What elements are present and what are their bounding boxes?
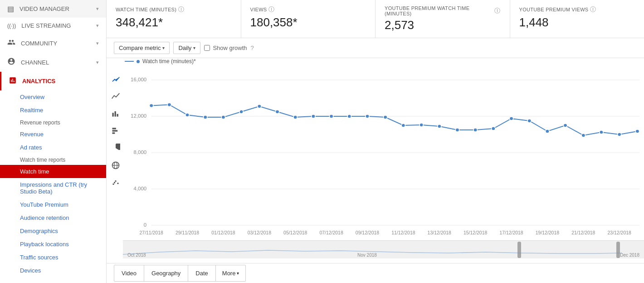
stat-yt-premium-views-value: 1,448 (519, 15, 635, 30)
svg-point-33 (329, 114, 333, 118)
sidebar-item-live-streaming[interactable]: ((·)) LIVE STREAMING ▾ (0, 18, 106, 34)
svg-text:15/12/2018: 15/12/2018 (463, 230, 488, 235)
sidebar-item-video-manager[interactable]: ▤ VIDEO MANAGER ▾ (0, 0, 106, 18)
pie-chart-icon[interactable] (107, 140, 124, 156)
bar-chart-icon[interactable] (107, 105, 124, 122)
sidebar-item-community[interactable]: COMMUNITY ▾ (0, 34, 106, 53)
tab-video[interactable]: Video (114, 265, 144, 282)
period-button[interactable]: Daily ▾ (173, 42, 200, 54)
sidebar-item-channel[interactable]: CHANNEL ▾ (0, 53, 106, 72)
info-icon-views[interactable]: ⓘ (268, 5, 274, 14)
stat-yt-premium-watch-time-value: 2,573 (385, 18, 501, 32)
info-icon-watch-time[interactable]: ⓘ (178, 5, 184, 14)
svg-point-36 (384, 115, 387, 119)
svg-point-41 (473, 128, 477, 132)
svg-point-49 (618, 133, 621, 136)
area-chart-icon[interactable] (107, 88, 124, 104)
analytics-icon (9, 76, 17, 86)
svg-point-37 (401, 124, 405, 127)
sidebar-subitem-impressions[interactable]: Impressions and CTR (try Studio Beta) (0, 178, 106, 198)
svg-point-47 (581, 134, 585, 137)
svg-point-38 (420, 123, 423, 127)
controls-bar: Compare metric ▾ Daily ▾ Show growth ? (107, 38, 644, 58)
bottom-tabs: Video Geography Date More ▾ (107, 263, 644, 283)
globe-chart-icon[interactable] (107, 157, 124, 174)
svg-point-9 (112, 184, 114, 185)
show-growth-label[interactable]: Show growth (204, 45, 247, 51)
svg-point-39 (438, 124, 441, 128)
svg-point-35 (366, 114, 369, 118)
svg-text:01/12/2018: 01/12/2018 (211, 230, 235, 235)
scatter-chart-icon[interactable] (107, 174, 124, 191)
svg-point-43 (509, 117, 513, 120)
svg-text:23/12/2018: 23/12/2018 (608, 230, 632, 235)
stat-views-label: VIEWS (250, 7, 267, 12)
svg-rect-65 (517, 242, 521, 258)
show-growth-checkbox[interactable] (204, 45, 210, 51)
stats-bar: WATCH TIME (MINUTES) ⓘ 348,421* VIEWS ⓘ … (107, 0, 644, 38)
stat-yt-premium-watch-time-label: YOUTUBE PREMIUM WATCH TIME (MINUTES) (385, 5, 493, 16)
sidebar-subitem-playback-locations[interactable]: Playback locations (0, 238, 106, 251)
sidebar-subitem-traffic-sources[interactable]: Traffic sources (0, 251, 106, 264)
main-content: WATCH TIME (MINUTES) ⓘ 348,421* VIEWS ⓘ … (107, 0, 644, 283)
svg-point-40 (455, 128, 459, 132)
svg-point-26 (204, 115, 207, 119)
svg-rect-0 (112, 113, 114, 116)
svg-text:19/12/2018: 19/12/2018 (536, 230, 560, 235)
svg-text:4,000: 4,000 (133, 186, 146, 191)
sidebar-subitem-demographics[interactable]: Demographics (0, 224, 106, 238)
svg-point-30 (275, 110, 279, 114)
compare-metric-button[interactable]: Compare metric ▾ (114, 42, 170, 54)
stat-watch-time: WATCH TIME (MINUTES) ⓘ 348,421* (107, 0, 241, 38)
svg-rect-66 (616, 242, 620, 258)
svg-point-42 (492, 127, 495, 130)
stat-views-value: 180,358* (250, 15, 366, 30)
sidebar-subitem-audience-retention[interactable]: Audience retention (0, 211, 106, 224)
svg-text:21/12/2018: 21/12/2018 (571, 230, 595, 235)
video-manager-icon: ▤ (7, 5, 14, 13)
svg-text:03/12/2018: 03/12/2018 (248, 230, 272, 235)
tab-geography[interactable]: Geography (144, 265, 188, 282)
svg-text:07/12/2018: 07/12/2018 (319, 230, 343, 235)
sidebar-subitem-devices[interactable]: Devices (0, 264, 106, 277)
sidebar-subitem-overview[interactable]: Overview (0, 90, 106, 104)
sidebar-item-analytics[interactable]: ANALYTICS (0, 72, 106, 90)
svg-rect-4 (112, 130, 118, 131)
stat-yt-premium-watch-time: YOUTUBE PREMIUM WATCH TIME (MINUTES) ⓘ 2… (376, 0, 510, 38)
show-growth-help-icon[interactable]: ? (251, 45, 254, 51)
chevron-icon: ▾ (96, 23, 99, 29)
horizontal-bar-icon[interactable] (107, 123, 124, 139)
chart-svg: 16,000 12,000 8,000 4,000 0 (123, 66, 644, 239)
info-icon-yt-premium-views[interactable]: ⓘ (590, 5, 596, 14)
chevron-icon: ▾ (96, 60, 99, 65)
tab-date[interactable]: Date (188, 265, 215, 282)
compare-metric-chevron-icon: ▾ (162, 45, 165, 50)
channel-icon (7, 57, 15, 67)
stat-watch-time-value: 348,421* (116, 15, 232, 30)
svg-rect-3 (112, 128, 116, 129)
tab-more-button[interactable]: More ▾ (215, 265, 246, 282)
svg-rect-2 (117, 114, 118, 117)
sidebar-subitem-realtime[interactable]: Realtime (0, 104, 106, 117)
info-icon-yt-premium-watch-time[interactable]: ⓘ (494, 7, 500, 15)
mini-timeline-svg (123, 241, 644, 259)
chart-type-icons (107, 71, 125, 191)
chevron-icon: ▾ (96, 40, 99, 46)
sidebar-subitem-revenue[interactable]: Revenue (0, 128, 106, 141)
svg-text:8,000: 8,000 (133, 149, 146, 155)
line-chart-icon[interactable] (107, 71, 124, 87)
sidebar-subitem-youtube-premium[interactable]: YouTube Premium (0, 198, 106, 211)
legend-label: Watch time (minutes)* (142, 58, 196, 65)
svg-point-44 (527, 119, 531, 123)
mini-label-oct: Oct 2018 (127, 253, 146, 258)
svg-text:12,000: 12,000 (131, 113, 146, 119)
sidebar-subitem-watch-time[interactable]: Watch time (0, 165, 106, 178)
svg-text:05/12/2018: 05/12/2018 (283, 230, 307, 235)
svg-text:27/11/2018: 27/11/2018 (140, 230, 164, 235)
stat-yt-premium-views: YOUTUBE PREMIUM VIEWS ⓘ 1,448 (510, 0, 644, 38)
sidebar-subitem-ad-rates[interactable]: Ad rates (0, 141, 106, 154)
svg-point-31 (293, 115, 297, 119)
sidebar-section-revenue: Revenue reports (0, 117, 106, 128)
svg-point-10 (115, 180, 116, 182)
svg-point-23 (149, 104, 153, 108)
